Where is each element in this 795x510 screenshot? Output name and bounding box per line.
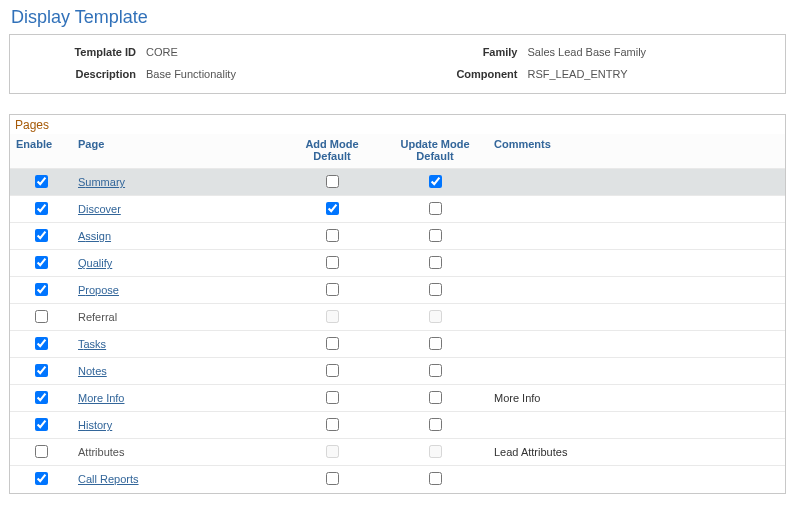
update-default-checkbox[interactable] [429, 337, 442, 350]
comments-cell [488, 277, 785, 304]
comments-cell [488, 358, 785, 385]
enable-checkbox[interactable] [35, 445, 48, 458]
update-default-checkbox [429, 310, 442, 323]
template-header-box: Template ID CORE Family Sales Lead Base … [9, 34, 786, 94]
comments-cell [488, 169, 785, 196]
template-id-value: CORE [146, 46, 178, 58]
table-row: Propose [10, 277, 785, 304]
table-row: Referral [10, 304, 785, 331]
table-row: More InfoMore Info [10, 385, 785, 412]
table-row: Call Reports [10, 466, 785, 493]
description-label: Description [20, 68, 146, 80]
page-link[interactable]: Notes [78, 365, 107, 377]
template-id-label: Template ID [20, 46, 146, 58]
pages-section: Pages Enable Page Add Mode Default Updat… [9, 114, 786, 494]
enable-checkbox[interactable] [35, 202, 48, 215]
table-row: Tasks [10, 331, 785, 358]
page-link[interactable]: Call Reports [78, 473, 139, 485]
add-default-checkbox[interactable] [326, 283, 339, 296]
update-default-checkbox[interactable] [429, 175, 442, 188]
add-default-checkbox[interactable] [326, 256, 339, 269]
enable-checkbox[interactable] [35, 256, 48, 269]
update-default-checkbox[interactable] [429, 472, 442, 485]
enable-checkbox[interactable] [35, 418, 48, 431]
page-title: Display Template [11, 7, 792, 28]
update-default-checkbox[interactable] [429, 202, 442, 215]
page-link[interactable]: Discover [78, 203, 121, 215]
update-default-checkbox[interactable] [429, 229, 442, 242]
enable-checkbox[interactable] [35, 337, 48, 350]
add-default-checkbox[interactable] [326, 418, 339, 431]
add-default-checkbox[interactable] [326, 472, 339, 485]
enable-checkbox[interactable] [35, 175, 48, 188]
comments-cell [488, 331, 785, 358]
description-value: Base Functionality [146, 68, 236, 80]
comments-cell: More Info [488, 385, 785, 412]
add-default-checkbox[interactable] [326, 229, 339, 242]
update-default-checkbox[interactable] [429, 418, 442, 431]
add-default-checkbox[interactable] [326, 175, 339, 188]
comments-cell: Lead Attributes [488, 439, 785, 466]
table-row: Qualify [10, 250, 785, 277]
comments-cell [488, 250, 785, 277]
col-header-page: Page [72, 134, 282, 169]
comments-cell [488, 304, 785, 331]
page-text: Attributes [78, 446, 124, 458]
table-row: AttributesLead Attributes [10, 439, 785, 466]
update-default-checkbox[interactable] [429, 256, 442, 269]
page-link[interactable]: Summary [78, 176, 125, 188]
add-default-checkbox[interactable] [326, 202, 339, 215]
add-default-checkbox [326, 310, 339, 323]
pages-table: Enable Page Add Mode Default Update Mode… [10, 134, 785, 493]
table-row: Notes [10, 358, 785, 385]
enable-checkbox[interactable] [35, 391, 48, 404]
update-default-checkbox[interactable] [429, 391, 442, 404]
comments-cell [488, 412, 785, 439]
page-link[interactable]: History [78, 419, 112, 431]
add-default-checkbox [326, 445, 339, 458]
family-label: Family [398, 46, 528, 58]
enable-checkbox[interactable] [35, 229, 48, 242]
table-row: Assign [10, 223, 785, 250]
enable-checkbox[interactable] [35, 283, 48, 296]
col-header-add: Add Mode Default [282, 134, 382, 169]
add-default-checkbox[interactable] [326, 391, 339, 404]
table-row: History [10, 412, 785, 439]
page-link[interactable]: Tasks [78, 338, 106, 350]
page-link[interactable]: Propose [78, 284, 119, 296]
page-text: Referral [78, 311, 117, 323]
comments-cell [488, 196, 785, 223]
col-header-enable: Enable [10, 134, 72, 169]
table-row: Discover [10, 196, 785, 223]
add-default-checkbox[interactable] [326, 337, 339, 350]
comments-cell [488, 466, 785, 493]
table-row: Summary [10, 169, 785, 196]
update-default-checkbox[interactable] [429, 283, 442, 296]
col-header-comments: Comments [488, 134, 785, 169]
update-default-checkbox [429, 445, 442, 458]
add-default-checkbox[interactable] [326, 364, 339, 377]
component-label: Component [398, 68, 528, 80]
component-value: RSF_LEAD_ENTRY [528, 68, 628, 80]
col-header-update: Update Mode Default [382, 134, 488, 169]
update-default-checkbox[interactable] [429, 364, 442, 377]
section-title: Pages [10, 115, 785, 134]
page-link[interactable]: Assign [78, 230, 111, 242]
enable-checkbox[interactable] [35, 310, 48, 323]
comments-cell [488, 223, 785, 250]
page-link[interactable]: More Info [78, 392, 124, 404]
enable-checkbox[interactable] [35, 472, 48, 485]
family-value: Sales Lead Base Family [528, 46, 647, 58]
enable-checkbox[interactable] [35, 364, 48, 377]
page-link[interactable]: Qualify [78, 257, 112, 269]
